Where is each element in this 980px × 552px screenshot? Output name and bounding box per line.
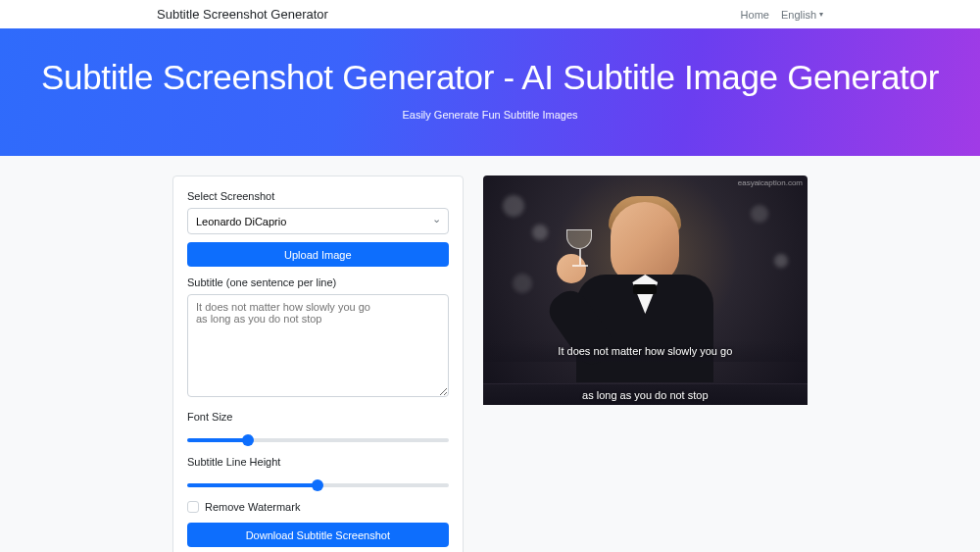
- subtitle-text-1: It does not matter how slowly you go: [558, 345, 732, 357]
- subtitle-text-2: as long as you do not stop: [582, 389, 708, 401]
- bokeh-icon: [513, 274, 532, 293]
- glass-icon: [566, 229, 594, 269]
- language-dropdown[interactable]: English ▾: [781, 9, 823, 21]
- watermark-row: Remove Watermark: [187, 501, 449, 513]
- language-label: English: [781, 9, 816, 21]
- bokeh-icon: [532, 225, 548, 240]
- main-content: Select Screenshot Leonardo DiCaprio Uplo…: [0, 156, 980, 552]
- navbar: Subtitle Screenshot Generator Home Engli…: [0, 0, 980, 28]
- hero-title: Subtitle Screenshot Generator - AI Subti…: [20, 58, 960, 97]
- lineheight-label: Subtitle Line Height: [187, 456, 449, 468]
- glass-stem: [579, 249, 581, 265]
- remove-watermark-label: Remove Watermark: [205, 501, 300, 513]
- lineheight-group: Subtitle Line Height: [187, 456, 449, 491]
- fontsize-group: Font Size: [187, 411, 449, 446]
- upload-image-button[interactable]: Upload Image: [187, 242, 449, 267]
- hero-subtitle: Easily Generate Fun Subtitle Images: [20, 109, 960, 121]
- fontsize-slider[interactable]: [187, 438, 449, 442]
- preview-panel: easyaicaption.com It does not matter how…: [483, 176, 808, 552]
- glass-base: [572, 265, 588, 267]
- nav-home-link[interactable]: Home: [741, 9, 769, 21]
- subtitle-line-1: It does not matter how slowly you go: [483, 340, 808, 362]
- bokeh-icon: [751, 205, 768, 223]
- screenshot-select[interactable]: Leonardo DiCaprio: [187, 208, 449, 234]
- subtitle-textarea[interactable]: [187, 294, 449, 397]
- fontsize-label: Font Size: [187, 411, 449, 423]
- select-screenshot-label: Select Screenshot: [187, 190, 449, 202]
- chevron-down-icon: ▾: [819, 10, 823, 19]
- watermark-text: easyaicaption.com: [738, 178, 803, 187]
- download-button[interactable]: Download Subtitle Screenshot: [187, 523, 449, 547]
- preview-image: easyaicaption.com It does not matter how…: [483, 176, 808, 383]
- bowtie-shape: [633, 284, 657, 294]
- navbar-right: Home English ▾: [741, 9, 823, 21]
- subtitle-line-2: as long as you do not stop: [483, 383, 808, 405]
- lineheight-slider[interactable]: [187, 483, 449, 487]
- remove-watermark-checkbox[interactable]: [187, 501, 199, 513]
- select-screenshot-wrap: Leonardo DiCaprio: [187, 208, 449, 234]
- bokeh-icon: [503, 195, 524, 217]
- navbar-brand[interactable]: Subtitle Screenshot Generator: [157, 7, 328, 22]
- bokeh-icon: [774, 254, 788, 268]
- form-card: Select Screenshot Leonardo DiCaprio Uplo…: [172, 176, 464, 552]
- head-shape: [611, 202, 679, 284]
- subtitle-label: Subtitle (one sentence per line): [187, 276, 449, 288]
- glass-bowl: [566, 229, 592, 249]
- hero-banner: Subtitle Screenshot Generator - AI Subti…: [0, 28, 980, 156]
